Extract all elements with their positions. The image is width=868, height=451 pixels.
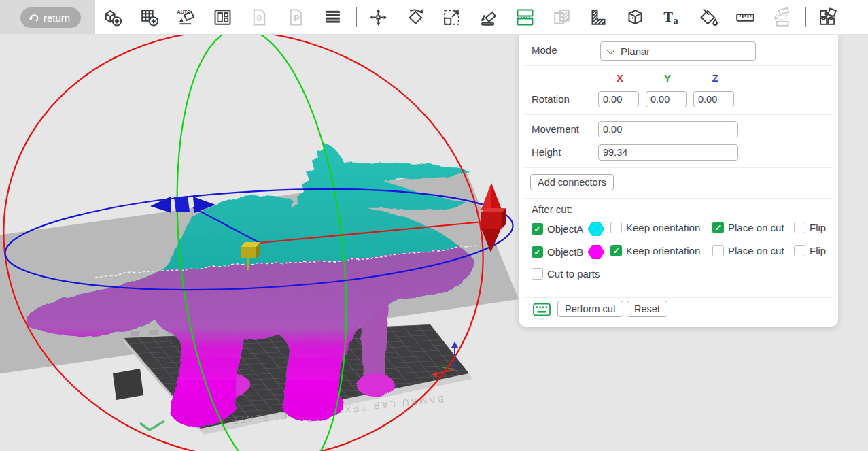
axis-z-label: Z [695, 72, 735, 84]
place-on-cut-b-label: Place on cut [728, 245, 784, 256]
cut-tool-panel: Mode Planar X Y Z Rotation Movement Heig… [519, 34, 838, 327]
rotation-y-input[interactable] [646, 91, 687, 107]
divider [524, 114, 833, 115]
perform-cut-button[interactable]: Perform cut [557, 301, 623, 317]
svg-text:T: T [663, 9, 673, 24]
axis-x-label: X [600, 72, 640, 84]
height-label: Height [532, 146, 561, 158]
height-input[interactable] [598, 144, 738, 161]
assembly-icon [769, 4, 795, 30]
after-cut-row-object-a: ObjectA Keep orientation Place on cut Fl… [519, 222, 838, 237]
svg-text:a: a [673, 15, 678, 26]
keep-orientation-a-checkbox[interactable] [610, 222, 622, 233]
add-plate-icon[interactable] [136, 4, 162, 30]
object-a-checkbox[interactable] [532, 223, 543, 235]
after-cut-title: After cut: [532, 203, 572, 215]
divider [524, 198, 833, 199]
rotation-label: Rotation [532, 93, 570, 105]
plate-settings-p-icon: P [283, 4, 309, 30]
measure-icon[interactable] [732, 4, 758, 30]
mode-select[interactable]: Planar [600, 41, 756, 61]
toolbar-separator [805, 7, 806, 27]
top-toolbar: return AUTO [0, 0, 868, 35]
cut-to-parts-label: Cut to parts [547, 268, 600, 280]
object-layers-icon[interactable] [319, 4, 345, 30]
plate-handle-tab [113, 369, 143, 400]
axis-y-label: Y [647, 72, 688, 84]
movement-input[interactable] [598, 121, 738, 137]
add-object-icon[interactable] [99, 4, 125, 30]
place-on-cut-a-label: Place on cut [728, 222, 784, 233]
after-cut-row-object-b: ObjectB Keep orientation Place on cut Fl… [519, 245, 838, 260]
return-button[interactable]: return [20, 7, 81, 28]
flip-a-checkbox[interactable] [794, 222, 805, 233]
rotation-x-input[interactable] [598, 91, 639, 107]
split-icon[interactable] [814, 4, 840, 30]
place-on-cut-a-checkbox[interactable] [712, 222, 724, 233]
mode-value: Planar [621, 46, 650, 57]
return-label: return [44, 12, 70, 24]
chevron-down-icon [606, 46, 615, 54]
movement-label: Movement [532, 123, 579, 135]
move-icon[interactable] [365, 4, 391, 30]
object-b-checkbox[interactable] [532, 246, 543, 258]
cut-to-parts-checkbox[interactable] [532, 268, 543, 280]
after-cut-row-cut-to-parts: Cut to parts [519, 268, 838, 283]
toolbar-separator [356, 7, 357, 27]
mesh-boolean-icon[interactable] [622, 4, 648, 30]
object-b-label: ObjectB [547, 246, 583, 258]
rotate-icon[interactable] [402, 4, 428, 30]
slicer-app-window: BAMBU LAB TEXTURED PEI PLATE [0, 0, 868, 451]
arrange-icon[interactable] [209, 4, 235, 30]
add-connectors-button[interactable]: Add connectors [530, 174, 614, 190]
place-on-face-icon[interactable] [475, 4, 501, 30]
object-a-color-swatch [587, 222, 604, 236]
keyboard-shortcuts-icon[interactable] [533, 303, 551, 316]
divider [524, 65, 833, 66]
toolbar-left-area: return [0, 0, 95, 34]
flip-b-label: Flip [810, 245, 826, 256]
mirror-icon [549, 4, 574, 30]
undo-arrow-icon [27, 12, 39, 23]
plate-settings-0-icon: 0 [246, 4, 272, 30]
flip-a-label: Flip [810, 222, 826, 233]
keep-orientation-b-checkbox[interactable] [610, 245, 622, 256]
add-text-icon[interactable]: T a [659, 4, 684, 30]
color-paint-icon[interactable] [695, 4, 721, 30]
keep-orientation-a-label: Keep orientation [626, 222, 700, 233]
flip-b-checkbox[interactable] [794, 245, 805, 256]
place-on-cut-b-checkbox[interactable] [712, 245, 724, 256]
auto-orient-icon[interactable]: AUTO [173, 4, 198, 30]
reset-button[interactable]: Reset [627, 301, 667, 317]
keep-orientation-b-label: Keep orientation [626, 245, 700, 256]
object-a-label: ObjectA [547, 223, 583, 235]
mode-label: Mode [532, 44, 557, 56]
cut-icon[interactable] [512, 4, 538, 30]
divider [524, 297, 833, 298]
svg-text:P: P [294, 13, 300, 23]
object-b-color-swatch [587, 245, 604, 259]
rotation-z-input[interactable] [693, 91, 734, 107]
scale-icon[interactable] [438, 4, 464, 30]
svg-text:0: 0 [256, 13, 261, 23]
divider [524, 167, 833, 168]
panel-actions: Perform cut Reset [519, 301, 838, 321]
toolbar-icons: AUTO 0 [99, 0, 851, 34]
variable-layer-height-icon[interactable] [585, 4, 611, 30]
